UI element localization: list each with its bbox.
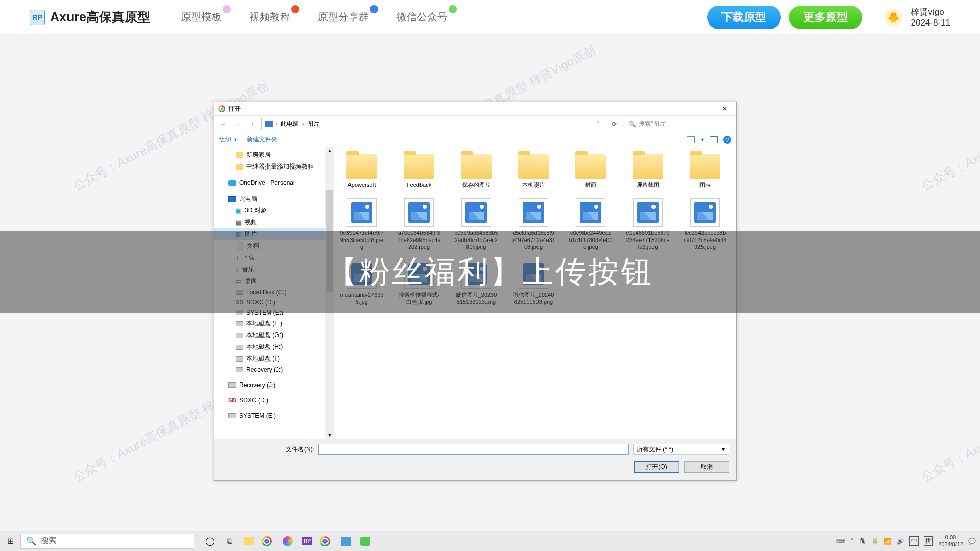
file-label: Feedback: [407, 182, 431, 189]
tree-item[interactable]: 本地磁盘 (H:): [214, 341, 325, 353]
tray-qq-icon[interactable]: 🐧: [858, 538, 866, 545]
tray-battery-icon[interactable]: 🔋: [871, 538, 879, 545]
tray-chevron-icon[interactable]: ˄: [850, 538, 853, 545]
image-icon: [404, 198, 434, 227]
app-icon[interactable]: [280, 534, 295, 549]
ti-disk-icon: [236, 321, 243, 326]
tray-keyboard-icon[interactable]: ⌨: [836, 538, 845, 545]
breadcrumb-segment[interactable]: 图片: [307, 119, 319, 128]
new-folder-button[interactable]: 新建文件夹: [247, 135, 277, 144]
plane-icon: [370, 5, 378, 13]
image-icon: [519, 198, 548, 227]
tree-item[interactable]: 此电脑: [214, 193, 325, 205]
dialog-footer: 文件名(N): 所有文件 (*.*)▼ 打开(O) 取消: [214, 439, 736, 480]
tray-notification-icon[interactable]: 💬: [968, 538, 976, 545]
watermark: 公众号：Axure高保真原型 梓贤Vigo原创: [919, 77, 980, 195]
folder-item[interactable]: 图表: [683, 154, 727, 189]
tree-item[interactable]: ▤视频: [214, 217, 325, 228]
folder-item[interactable]: 封面: [569, 154, 613, 189]
chrome-icon: [218, 105, 225, 112]
back-button[interactable]: ←: [218, 121, 228, 128]
logo[interactable]: RP Axure高保真原型: [30, 9, 150, 26]
taskbar: ⊞ 🔍 搜索 ◯ ⧉ RP ⌨ ˄ 🐧 🔋 📶 🔊 中 拼 0:00 2024/…: [0, 531, 980, 551]
help-button[interactable]: ?: [723, 136, 731, 144]
folder-item[interactable]: Apowersoft: [340, 154, 384, 189]
tree-item[interactable]: SYSTEM (E:): [214, 411, 325, 421]
breadcrumb[interactable]: › 此电脑 › 图片 ˅: [261, 118, 603, 130]
up-button[interactable]: ↑: [249, 121, 256, 128]
close-button[interactable]: ✕: [717, 105, 732, 112]
chrome2-icon[interactable]: [319, 534, 334, 549]
taskbar-apps: ◯ ⧉ RP: [202, 534, 373, 549]
tree-item[interactable]: OneDrive - Personal: [214, 178, 325, 188]
cortana-icon[interactable]: ⧉: [222, 534, 237, 549]
task-view-icon[interactable]: ◯: [202, 534, 218, 549]
pc-icon: [265, 121, 273, 127]
taskbar-search[interactable]: 🔍 搜索: [20, 534, 194, 549]
breadcrumb-segment[interactable]: 此电脑: [281, 119, 299, 128]
forward-button[interactable]: →: [234, 121, 244, 128]
download-button[interactable]: 下载原型: [707, 6, 781, 29]
more-button[interactable]: 更多原型: [789, 6, 862, 29]
filename-input[interactable]: [318, 444, 629, 455]
ti-folder-icon: [236, 152, 243, 158]
view-mode-button[interactable]: [687, 136, 695, 143]
filename-label: 文件名(N):: [286, 445, 314, 454]
tree-item[interactable]: 本地磁盘 (F:): [214, 318, 325, 329]
tray-ime-icon[interactable]: 中: [909, 536, 919, 546]
nav-templates[interactable]: 原型模板: [181, 10, 222, 24]
tree-item[interactable]: 中继器批量添加视频教程: [214, 161, 325, 173]
folder-item[interactable]: Feedback: [397, 154, 441, 189]
ti-disk-icon: [236, 356, 243, 362]
ti-disk-icon: [228, 382, 236, 388]
header-right: 下载原型 更多原型 🐥 梓贤vigo 2024-8-11: [707, 6, 950, 29]
rp-icon: RP: [30, 10, 45, 25]
tree-item-label: Recovery (J:): [246, 366, 283, 373]
search-icon: 🔍: [26, 536, 36, 546]
wechat-icon[interactable]: [358, 534, 373, 549]
folder-icon: [690, 154, 720, 179]
tray-ime2-icon[interactable]: 拼: [924, 536, 933, 546]
folder-icon: [518, 154, 549, 179]
cancel-button[interactable]: 取消: [684, 461, 729, 473]
user-info: 梓贤vigo 2024-8-11: [911, 6, 950, 28]
search-input[interactable]: 🔍 搜索"图片": [625, 118, 727, 130]
dialog-titlebar: 打开 ✕: [214, 102, 736, 115]
nav-share-group[interactable]: 原型分享群: [318, 10, 369, 24]
avatar[interactable]: 🐥: [884, 8, 902, 27]
preview-pane-button[interactable]: [710, 136, 718, 143]
start-button[interactable]: ⊞: [0, 536, 20, 546]
badge-icon: [223, 5, 231, 13]
user-date: 2024-8-11: [911, 18, 950, 28]
chevron-down-icon[interactable]: ˅: [597, 121, 600, 128]
main-nav: 原型模板 视频教程 原型分享群 微信公众号: [181, 10, 448, 24]
tray-clock[interactable]: 0:00 2024/8/12: [938, 534, 963, 547]
filetype-select[interactable]: 所有文件 (*.*)▼: [633, 444, 729, 455]
ti-disk-icon: [228, 413, 236, 418]
refresh-button[interactable]: ⟳: [609, 121, 620, 128]
fire-icon: [291, 5, 299, 13]
tree-item[interactable]: Recovery (J:): [214, 380, 325, 390]
overlay-caption: 【粉丝福利】上传按钮: [0, 231, 980, 313]
tree-item[interactable]: 本地磁盘 (G:): [214, 329, 325, 341]
tray-wifi-icon[interactable]: 📶: [884, 538, 892, 545]
tree-item[interactable]: SDSDXC (D:): [214, 395, 325, 405]
folder-item[interactable]: 本机照片: [511, 154, 555, 189]
tray-volume-icon[interactable]: 🔊: [897, 538, 904, 545]
ti-disk-icon: [236, 367, 243, 372]
tree-item[interactable]: 新房家居: [214, 149, 325, 161]
tree-item[interactable]: Recovery (J:): [214, 365, 325, 375]
open-button[interactable]: 打开(O): [634, 461, 679, 473]
chrome-icon[interactable]: [261, 534, 276, 549]
folder-item[interactable]: 保存的图片: [454, 154, 498, 189]
folder-item[interactable]: 屏幕截图: [626, 154, 670, 189]
axure-icon[interactable]: RP: [299, 534, 315, 549]
nav-wechat[interactable]: 微信公众号: [396, 10, 448, 24]
tree-item[interactable]: 本地磁盘 (I:): [214, 353, 325, 365]
explorer-icon[interactable]: [241, 534, 256, 549]
organize-menu[interactable]: 组织 ▼: [219, 135, 238, 144]
nav-video[interactable]: 视频教程: [249, 10, 290, 24]
tree-item[interactable]: ▣3D 对象: [214, 205, 325, 217]
ti-vid-icon: ▤: [236, 219, 242, 226]
app2-icon[interactable]: [338, 534, 354, 549]
